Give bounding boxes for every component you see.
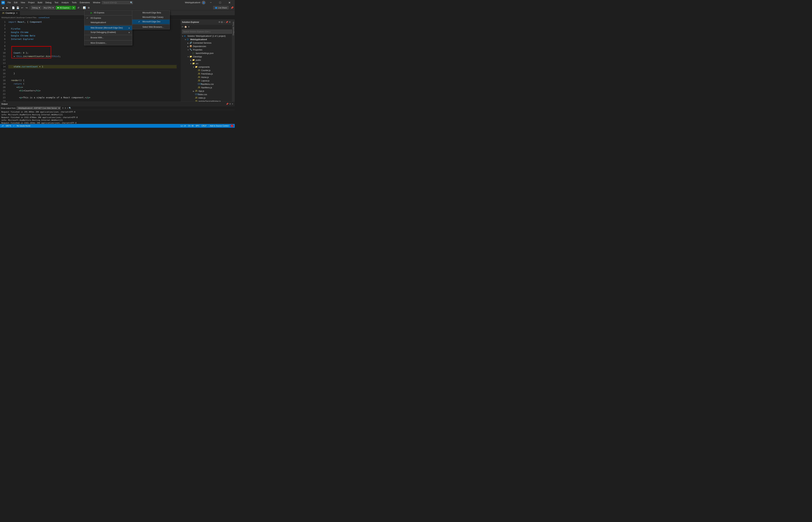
tree-item-navmenucss[interactable]: CSS NavMenu.css xyxy=(181,82,232,86)
show-output-label: Show output from: xyxy=(1,107,16,109)
iis-dropdown-web-browser[interactable]: Web Browser (Microsoft Edge Dev) xyxy=(84,26,132,30)
menu-edit[interactable]: Edit xyxy=(13,1,19,4)
minimize-button[interactable]: − xyxy=(207,0,215,5)
se-properties-icon[interactable]: ⊟ xyxy=(221,21,223,23)
expand-icon: ▼ xyxy=(187,48,189,51)
output-float-icon[interactable]: ⬆ xyxy=(229,103,231,105)
diagnostic-tools-label[interactable]: Diagnostic Tools xyxy=(232,21,235,36)
tree-item-navmenujs[interactable]: JS NavMenu.js xyxy=(181,86,232,89)
expand-icon xyxy=(195,86,198,89)
tree-item-layoutjs[interactable]: JS Layout.js xyxy=(181,79,232,82)
menu-build[interactable]: Build xyxy=(36,1,44,4)
menu-window[interactable]: Window xyxy=(92,1,102,4)
editor-scrollbar[interactable] xyxy=(178,20,180,102)
restore-button[interactable]: □ xyxy=(216,0,224,5)
debug-config-dropdown[interactable]: Debug ▼ xyxy=(31,6,41,9)
dropdown-item-label: IIS Express xyxy=(94,12,104,14)
project-icon: ⬡ xyxy=(187,38,189,41)
code-line-14: state.currentCount + 1 xyxy=(8,65,177,68)
forward-button[interactable]: ▶ xyxy=(5,6,9,10)
code-line-22 xyxy=(8,93,177,96)
se-toolbar-btn-2[interactable]: 🏠 xyxy=(184,25,187,28)
browser-edge-canary[interactable]: Microsoft Edge Canary xyxy=(132,15,169,19)
iis-dropdown-script-debugging[interactable]: Script Debugging (Enabled) xyxy=(84,30,132,35)
new-file-button[interactable]: 📄 xyxy=(11,6,15,10)
tree-item-project[interactable]: ▼ ⬡ WebApplication4 xyxy=(181,38,232,41)
pin-button[interactable]: 📌 xyxy=(230,6,234,10)
dropdown-item-label: Browse With... xyxy=(90,36,104,39)
iis-dropdown-iis-express-run[interactable]: ▶ IIS Express xyxy=(84,11,132,15)
iis-dropdown-browse-with[interactable]: Browse With... xyxy=(84,35,132,40)
output-source-select[interactable]: WebApplication4 - ASP.NET Core Web Serve… xyxy=(17,106,61,109)
tree-item-dependencies[interactable]: ▶ 📦 Dependencies xyxy=(181,45,232,48)
tree-item-fetchdatajs[interactable]: JS FetchData.js xyxy=(181,72,232,76)
tree-item-indexcss[interactable]: CSS index.css xyxy=(181,93,232,96)
back-button[interactable]: ◀ xyxy=(1,6,5,10)
save-button[interactable]: 💾 xyxy=(16,6,20,10)
menu-test[interactable]: Test xyxy=(53,1,60,4)
run-label: IIS Express xyxy=(60,7,69,9)
tree-item-properties[interactable]: ▼ 🔧 Properties xyxy=(181,48,232,52)
run-button[interactable]: ▶ IIS Express xyxy=(56,6,71,9)
output-wrap-icon[interactable]: ⬇ xyxy=(64,107,66,109)
menu-tools[interactable]: Tools xyxy=(70,1,78,4)
browser-edge-dev[interactable]: ✓ Microsoft Edge Dev xyxy=(132,19,169,24)
tree-item-clientapp[interactable]: ▼ 📁 ClientApp xyxy=(181,55,232,58)
tree-item-homejs[interactable]: JS Home.js xyxy=(181,76,232,79)
diagnostic-tools-panel[interactable]: Diagnostic Tools xyxy=(232,20,235,102)
code-line-11: = this.incrementCounter.bind(this); xyxy=(8,55,177,58)
output-line-1: Request finished in 295.985ms 200 applic… xyxy=(1,111,233,114)
output-header: Output 📌 ⬆ ✕ xyxy=(0,102,235,106)
se-sync-icon[interactable]: ⟳ xyxy=(219,21,220,23)
se-collapse-icon[interactable]: ─ xyxy=(223,21,225,23)
tab-counterjs[interactable]: JS Counter.js ✕ xyxy=(0,11,20,15)
live-share-button[interactable]: 👥 Live Share xyxy=(213,6,228,9)
se-close-icon[interactable]: ✕ xyxy=(229,21,230,23)
tab-close-button[interactable]: ✕ xyxy=(16,12,18,15)
iis-dropdown-webapplication4[interactable]: WebApplication4 xyxy=(84,20,132,25)
tree-item-src[interactable]: ▼ 📁 src xyxy=(181,62,232,65)
menu-extensions[interactable]: Extensions xyxy=(78,1,91,4)
tree-item-indexjs[interactable]: JS index.js xyxy=(181,96,232,100)
menu-file[interactable]: File xyxy=(6,1,12,4)
menu-debug[interactable]: Debug xyxy=(44,1,53,4)
browser-select-web-browsers[interactable]: Select Web Browsers... xyxy=(132,25,169,29)
tab-label: Counter.js xyxy=(5,12,15,14)
js-file-icon: JS xyxy=(195,97,198,99)
tree-item-counterjs[interactable]: JS Counter.js xyxy=(181,69,232,72)
performance-button[interactable]: 📊 xyxy=(82,6,86,10)
menu-view[interactable]: View xyxy=(19,1,26,4)
output-pin-icon[interactable]: 📌 xyxy=(226,103,228,105)
se-toolbar-btn-3[interactable]: ⬆ xyxy=(188,25,190,28)
tree-item-registerserviceworker[interactable]: JS registerServiceWorker.js xyxy=(181,100,232,102)
tree-item-public[interactable]: ▶ 📁 public xyxy=(181,58,232,62)
menu-project[interactable]: Project xyxy=(27,1,36,4)
iis-dropdown-more-emulators[interactable]: More Emulators... xyxy=(84,41,132,45)
tree-item-solution[interactable]: ▼ ◈ Solution 'WebApplication4' (1 of 1 p… xyxy=(181,34,232,38)
iis-dropdown-arrow[interactable]: ▼ xyxy=(72,6,76,9)
settings-button[interactable]: ⚙ xyxy=(87,6,91,10)
title-search-input[interactable] xyxy=(102,1,133,4)
tree-item-appjs[interactable]: ▶ JS App.js xyxy=(181,89,232,93)
cpu-config-dropdown[interactable]: Any CPU ▼ xyxy=(42,6,55,9)
redo-button[interactable]: ↪ xyxy=(24,6,29,10)
add-source-control[interactable]: ↑ Add to Source Control xyxy=(208,125,228,127)
tree-item-launchsettings[interactable]: { } launchSettings.json xyxy=(181,52,232,55)
se-toolbar-btn-1[interactable]: ⟳ xyxy=(181,25,184,28)
refresh-button[interactable]: ↺ xyxy=(76,6,80,10)
browser-edge-beta[interactable]: Microsoft Edge Beta xyxy=(132,11,169,15)
expand-icon: ▼ xyxy=(181,35,184,38)
toolbar-divider-2 xyxy=(29,6,30,9)
se-search-input[interactable] xyxy=(182,29,232,34)
output-search-icon[interactable]: 🔍 xyxy=(69,107,71,109)
tree-item-connected-services[interactable]: ▶ 🔗 Connected Services xyxy=(181,41,232,45)
close-button[interactable]: ✕ xyxy=(225,0,233,5)
menu-analyze[interactable]: Analyze xyxy=(60,1,70,4)
output-close-icon[interactable]: ✕ xyxy=(231,103,233,105)
tree-item-components[interactable]: ▼ 📁 components xyxy=(181,65,232,69)
undo-button[interactable]: ↩ xyxy=(20,6,24,10)
output-scroll-icon[interactable]: ≡ xyxy=(67,107,68,109)
clear-output-icon[interactable]: ⬆ xyxy=(62,107,64,109)
se-pin-icon[interactable]: 📌 xyxy=(226,21,228,23)
iis-dropdown-iis-express-checked[interactable]: IIS Express xyxy=(84,16,132,20)
